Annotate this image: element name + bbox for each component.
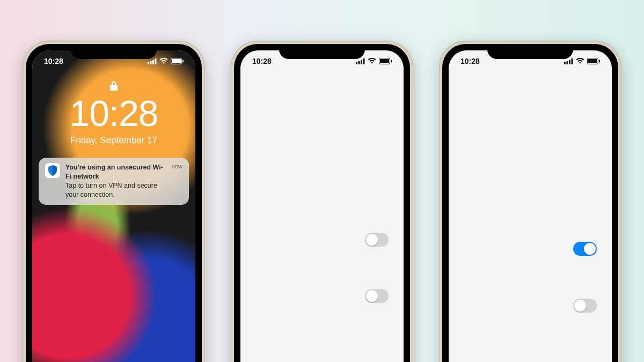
svg-rect-1 [150,61,152,64]
notification-body: Tap to turn on VPN and secure your conne… [65,181,166,200]
cellular-signal-icon [564,58,573,64]
status-time: 10:28 [252,57,272,65]
notification-card[interactable]: You're using an unsecured Wi-Fi network … [39,158,189,205]
trust-network-toggle[interactable] [573,299,597,313]
wifi-icon [159,58,168,64]
notification-timestamp: now [172,163,182,169]
notification-title: You're using an unsecured Wi-Fi network [65,163,166,181]
svg-rect-6 [182,60,184,63]
svg-rect-13 [391,60,392,63]
wifi-icon [576,58,584,64]
lockscreen-date: Friday, September 17 [32,135,195,146]
svg-rect-10 [363,58,365,64]
battery-icon [587,58,600,64]
battery-icon [171,58,184,64]
svg-rect-17 [567,61,568,64]
svg-rect-18 [569,60,570,64]
status-time: 10:28 [44,57,63,65]
svg-rect-5 [172,59,181,63]
lock-icon [109,80,118,93]
svg-rect-21 [588,59,597,63]
cellular-signal-icon [356,58,365,64]
defender-shield-icon [45,163,60,178]
svg-rect-9 [361,60,362,64]
svg-rect-2 [152,60,154,64]
vpn-toggle[interactable] [573,242,597,256]
svg-rect-12 [380,59,389,63]
svg-rect-3 [155,58,157,64]
battery-icon [379,58,392,64]
wifi-icon [368,58,376,64]
status-time: 10:28 [460,57,480,65]
svg-rect-19 [572,58,573,64]
svg-rect-22 [599,60,600,63]
svg-rect-0 [148,62,149,64]
lockscreen-clock: 10:28 [32,92,195,134]
vpn-toggle[interactable] [365,233,389,247]
svg-rect-8 [358,61,360,64]
cellular-signal-icon [148,58,157,64]
trust-network-toggle[interactable] [365,289,389,303]
svg-rect-7 [356,62,357,64]
svg-rect-16 [564,62,566,64]
